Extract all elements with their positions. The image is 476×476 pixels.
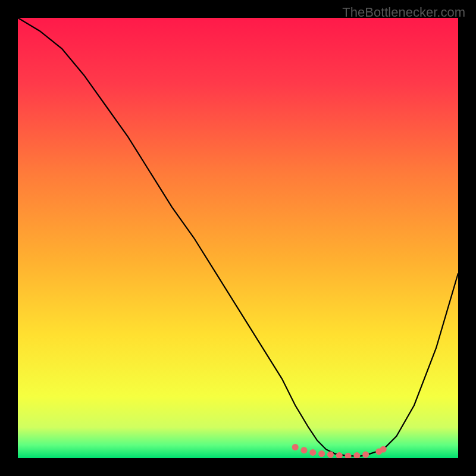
recommended-point [327,452,334,458]
recommended-point [380,446,387,453]
chart-area [18,18,458,458]
recommended-point [318,450,325,457]
recommended-point [301,447,308,453]
recommended-point [336,452,343,458]
recommended-point [345,453,352,458]
recommended-point [362,452,369,458]
recommended-point [292,444,299,450]
recommended-point [353,452,360,458]
chart-curve [18,18,458,458]
recommended-point [309,449,316,456]
watermark-text: TheBottlenecker.com [342,5,465,20]
